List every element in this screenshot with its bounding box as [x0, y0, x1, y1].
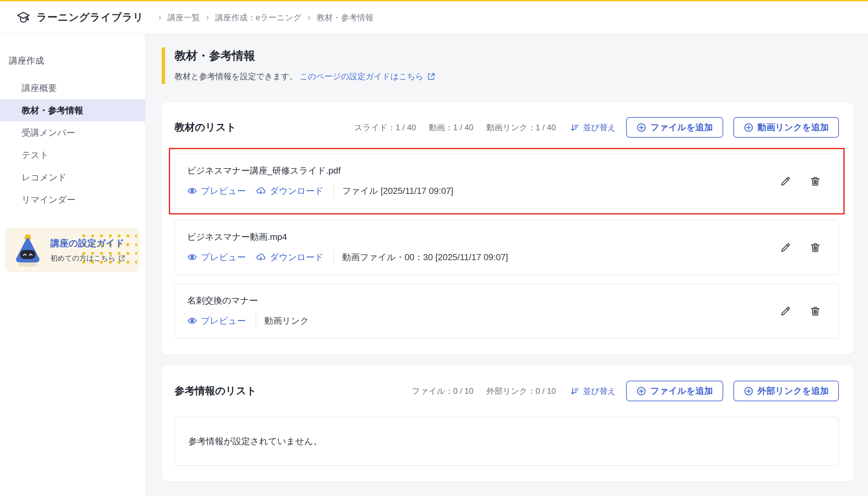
app-logo[interactable]: ラーニングライブラリ: [16, 10, 143, 25]
page-title: 教材・参考情報: [175, 48, 853, 64]
slides-count: スライド：1 / 40: [354, 122, 416, 133]
breadcrumb-course-list[interactable]: 講座一覧: [168, 12, 200, 23]
preview-link[interactable]: プレビュー: [187, 315, 246, 327]
references-counts: ファイル：0 / 10 外部リンク：0 / 10: [412, 386, 556, 397]
material-item-video-mp4: ビジネスマナー動画.mp4 プレビュー: [175, 220, 839, 275]
materials-card: 教材のリスト スライド：1 / 40 動画：1 / 40 動画リンク：1 / 4…: [162, 102, 853, 354]
edit-pencil-icon[interactable]: [780, 175, 791, 187]
material-meta: 動画ファイル・00：30 [2025/11/17 09:07]: [342, 251, 508, 263]
material-meta: 動画リンク: [264, 315, 309, 327]
breadcrumb: › 講座一覧 › 講座作成：eラーニング › 教材・参考情報: [152, 12, 374, 23]
delete-trash-icon[interactable]: [809, 175, 821, 187]
main-content: 教材・参考情報 教材と参考情報を設定できます。 このページの設定ガイドはこちら …: [145, 34, 868, 496]
cloud-download-icon: [256, 252, 266, 262]
sidebar-item-members[interactable]: 受講メンバー: [0, 122, 145, 144]
material-meta: ファイル [2025/11/17 09:07]: [342, 185, 453, 197]
breadcrumb-separator: ›: [158, 12, 161, 23]
external-link-icon: [118, 254, 126, 262]
material-title: ビジネスマナー講座_研修スライド.pdf: [187, 165, 453, 176]
materials-add-video-link-button[interactable]: 動画リンクを追加: [733, 117, 839, 138]
eye-icon: [187, 316, 197, 326]
page-guide-link[interactable]: このページの設定ガイドはこちら: [299, 71, 436, 82]
divider: [333, 184, 334, 198]
materials-card-title: 教材のリスト: [175, 121, 236, 134]
sidebar-section-title: 講座作成: [0, 55, 145, 67]
external-link-icon: [427, 72, 436, 81]
materials-sort-button[interactable]: 並び替え: [570, 122, 616, 133]
sidebar-item-course-overview[interactable]: 講座概要: [0, 77, 145, 99]
sidebar-item-reminder[interactable]: リマインダー: [0, 188, 145, 211]
sidebar-item-materials[interactable]: 教材・参考情報: [0, 99, 145, 122]
download-link[interactable]: ダウンロード: [256, 185, 323, 197]
graduation-cap-icon: [16, 10, 31, 25]
breadcrumb-course-create[interactable]: 講座作成：eラーニング: [215, 12, 302, 23]
materials-add-file-button[interactable]: ファイルを追加: [626, 117, 723, 138]
cloud-download-icon: [256, 186, 266, 196]
sort-icon: [570, 123, 580, 132]
sidebar: 講座作成 講座概要 教材・参考情報 受講メンバー テスト レコメンド リマインダ…: [0, 34, 145, 496]
sidebar-item-recommend[interactable]: レコメンド: [0, 166, 145, 188]
plus-circle-icon: [743, 386, 754, 396]
divider: [333, 250, 334, 264]
sidebar-item-test[interactable]: テスト: [0, 144, 145, 166]
plus-circle-icon: [743, 123, 754, 133]
material-title: ビジネスマナー動画.mp4: [187, 231, 508, 243]
references-empty-state: 参考情報が設定されていません。: [175, 417, 839, 466]
guide-card-subtitle: 初めての方はこちら: [50, 253, 115, 263]
breadcrumb-separator: ›: [206, 12, 209, 23]
divider: [256, 314, 256, 327]
references-card-title: 参考情報のリスト: [175, 384, 257, 398]
breadcrumb-separator: ›: [307, 12, 311, 23]
page-description: 教材と参考情報を設定できます。: [175, 71, 297, 82]
edit-pencil-icon[interactable]: [780, 306, 791, 317]
files-count: ファイル：0 / 10: [412, 386, 473, 397]
sort-icon: [570, 386, 580, 396]
plus-circle-icon: [636, 123, 646, 133]
video-links-count: 動画リンク：1 / 40: [486, 122, 556, 133]
references-card: 参考情報のリスト ファイル：0 / 10 外部リンク：0 / 10 並び替え: [162, 366, 853, 481]
app-title: ラーニングライブラリ: [36, 11, 143, 25]
external-links-count: 外部リンク：0 / 10: [486, 386, 556, 397]
material-item-video-link: 名刺交換のマナー プレビュー 動画リンク: [175, 283, 839, 339]
material-title: 名刺交換のマナー: [187, 295, 309, 307]
download-link[interactable]: ダウンロード: [256, 251, 323, 263]
app-header: ラーニングライブラリ › 講座一覧 › 講座作成：eラーニング › 教材・参考情…: [0, 1, 868, 34]
page-header: 教材・参考情報 教材と参考情報を設定できます。 このページの設定ガイドはこちら: [162, 47, 853, 84]
references-sort-button[interactable]: 並び替え: [570, 386, 616, 397]
videos-count: 動画：1 / 40: [429, 122, 474, 133]
course-setup-guide-card[interactable]: 講座の設定ガイド 初めての方はこちら: [5, 228, 139, 272]
edit-pencil-icon[interactable]: [780, 242, 791, 253]
preview-link[interactable]: プレビュー: [187, 251, 246, 263]
plus-circle-icon: [636, 386, 646, 396]
empty-message: 参考情報が設定されていません。: [188, 436, 322, 446]
delete-trash-icon[interactable]: [809, 242, 821, 253]
annotation-highlight-box: ビジネスマナー講座_研修スライド.pdf プレビュー: [169, 148, 845, 215]
eye-icon: [187, 186, 197, 196]
materials-counts: スライド：1 / 40 動画：1 / 40 動画リンク：1 / 40: [354, 122, 556, 133]
references-add-external-link-button[interactable]: 外部リンクを追加: [733, 381, 839, 401]
eye-icon: [187, 252, 197, 262]
delete-trash-icon[interactable]: [809, 306, 821, 317]
breadcrumb-current-page: 教材・参考情報: [317, 12, 374, 23]
guide-card-title: 講座の設定ガイド: [50, 237, 126, 249]
material-item-slide-pdf: ビジネスマナー講座_研修スライド.pdf プレビュー: [175, 154, 839, 209]
preview-link[interactable]: プレビュー: [187, 185, 246, 197]
robot-mascot-icon: [13, 233, 43, 267]
references-add-file-button[interactable]: ファイルを追加: [626, 381, 723, 401]
